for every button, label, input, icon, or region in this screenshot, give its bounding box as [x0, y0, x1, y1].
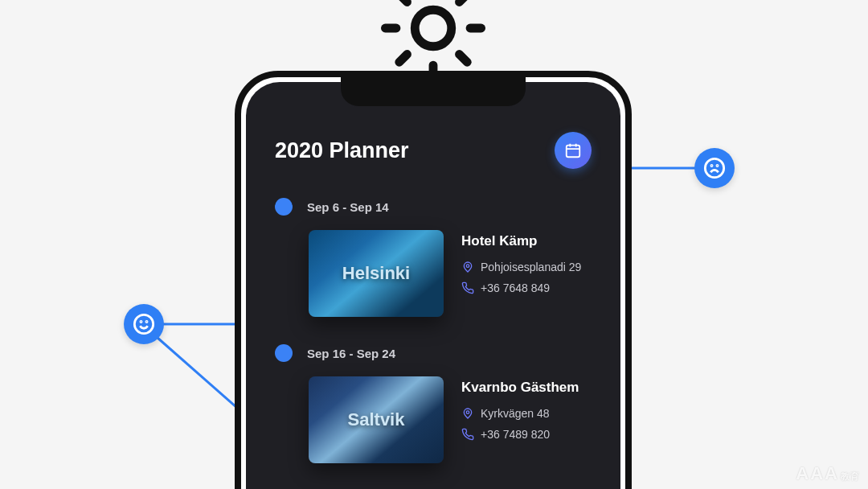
- hotel-phone: +36 7648 849: [461, 281, 581, 294]
- pin-icon: [461, 261, 474, 273]
- destination-label: Helsinki: [342, 263, 410, 284]
- phone-icon: [461, 428, 474, 441]
- svg-point-22: [141, 322, 141, 323]
- trip-date-row: Sep 6 - Sep 14: [275, 198, 592, 216]
- trip-date-row: Sep 16 - Sep 24: [275, 344, 592, 362]
- trip-info: Kvarnbo Gästhem Kyrkvägen 48 +36 7489 82…: [461, 376, 579, 449]
- page-title: 2020 Planner: [275, 138, 409, 163]
- destination-card[interactable]: Saltvik: [309, 376, 444, 463]
- destination-label: Saltvik: [348, 409, 405, 430]
- timeline-dot: [275, 198, 293, 216]
- hotel-address: Kyrkvägen 48: [461, 407, 579, 420]
- trip-item: Sep 16 - Sep 24 Saltvik Kvarnbo Gästhem …: [275, 344, 592, 463]
- svg-point-26: [717, 166, 718, 166]
- svg-point-24: [705, 158, 723, 177]
- calendar-button[interactable]: [555, 132, 592, 169]
- pin-icon: [461, 407, 474, 420]
- phone-notch: [341, 76, 526, 106]
- svg-rect-15: [567, 146, 580, 158]
- hotel-address: Pohjoisesplanadi 29: [461, 261, 581, 273]
- annotation-frown-icon: [694, 148, 735, 188]
- svg-point-19: [466, 265, 469, 267]
- header: 2020 Planner: [275, 132, 592, 169]
- trip-dates: Sep 16 - Sep 24: [307, 347, 395, 360]
- hotel-name: Hotel Kämp: [461, 233, 581, 249]
- svg-point-25: [711, 166, 712, 166]
- phone-icon: [461, 281, 474, 294]
- calendar-icon: [564, 142, 582, 159]
- phone-frame: 2020 Planner Sep 6 - Sep 14 Helsinki: [235, 71, 632, 489]
- annotation-smile-icon: [124, 304, 164, 344]
- timeline-dot: [275, 344, 293, 362]
- trip-info: Hotel Kämp Pohjoisesplanadi 29 +36 7648 …: [461, 230, 581, 302]
- hotel-name: Kvarnbo Gästhem: [461, 380, 579, 396]
- trip-item: Sep 6 - Sep 14 Helsinki Hotel Kämp Pohjo…: [275, 198, 592, 317]
- svg-point-20: [466, 411, 469, 413]
- svg-point-21: [134, 314, 153, 333]
- trip-dates: Sep 6 - Sep 14: [307, 200, 389, 214]
- watermark: AAA教育: [796, 463, 860, 484]
- svg-point-23: [146, 322, 147, 323]
- destination-card[interactable]: Helsinki: [309, 230, 444, 317]
- hotel-phone: +36 7489 820: [461, 428, 579, 441]
- app-screen: 2020 Planner Sep 6 - Sep 14 Helsinki: [246, 82, 620, 489]
